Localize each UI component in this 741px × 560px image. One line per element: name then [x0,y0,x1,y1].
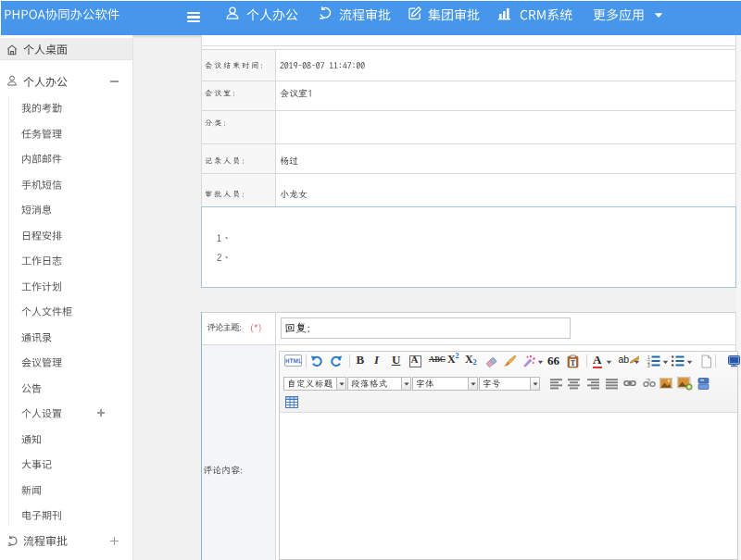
svg-text:?: ? [647,378,650,384]
svg-text:3: 3 [647,363,650,367]
svg-text:T: T [571,358,575,367]
